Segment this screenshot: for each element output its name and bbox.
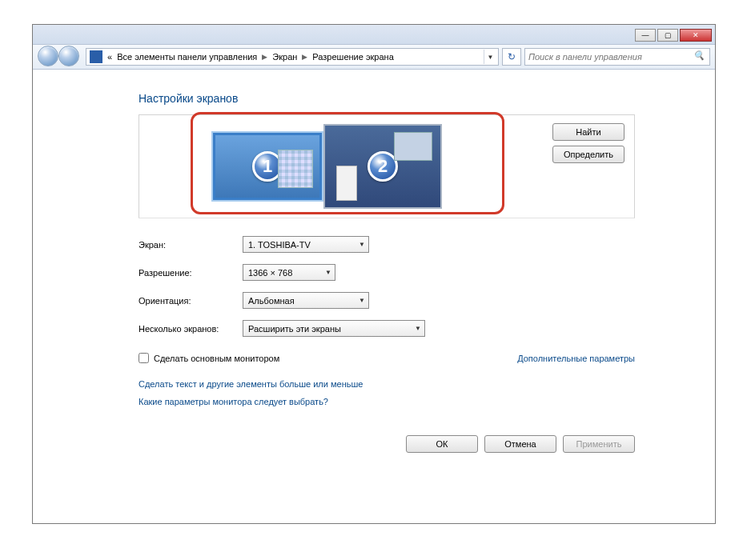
forward-button[interactable] — [58, 46, 79, 66]
maximize-button[interactable]: ▢ — [657, 29, 678, 42]
orientation-value: Альбомная — [248, 296, 295, 306]
minimize-button[interactable]: — — [635, 29, 656, 42]
display-value: 1. TOSHIBA-TV — [248, 240, 311, 250]
advanced-settings-link[interactable]: Дополнительные параметры — [517, 354, 635, 363]
navbar: « Все элементы панели управления ▶ Экран… — [33, 44, 715, 70]
close-button[interactable]: ✕ — [680, 29, 712, 42]
display-area[interactable]: 1 2 — [139, 115, 516, 218]
monitor-2[interactable]: 2 — [323, 124, 442, 209]
multi-displays-value: Расширить эти экраны — [248, 324, 341, 334]
display-dropdown[interactable]: 1. TOSHIBA-TV ▼ — [243, 236, 369, 253]
orientation-dropdown[interactable]: Альбомная ▼ — [243, 292, 369, 309]
multi-displays-label: Несколько экранов: — [139, 324, 243, 334]
resolution-value: 1366 × 768 — [248, 268, 292, 278]
breadcrumb-prefix: « — [107, 52, 112, 62]
monitor-1[interactable]: 1 — [213, 133, 322, 200]
chevron-down-icon: ▼ — [325, 269, 331, 276]
nav-back-forward — [38, 46, 82, 68]
search-input[interactable] — [528, 52, 693, 62]
primary-monitor-checkbox[interactable] — [139, 353, 149, 363]
monitor-preview-icon — [278, 150, 313, 188]
identify-button[interactable]: Определить — [552, 146, 625, 163]
find-button[interactable]: Найти — [552, 123, 625, 141]
settings-form: Экран: 1. TOSHIBA-TV ▼ Разрешение: 1366 … — [139, 236, 715, 337]
chevron-down-icon: ▼ — [415, 325, 421, 332]
control-panel-icon — [90, 50, 102, 63]
search-icon: 🔍 — [693, 50, 706, 63]
back-button[interactable] — [38, 46, 58, 66]
window-frame: — ▢ ✕ « Все элементы панели управления ▶… — [32, 24, 716, 524]
breadcrumb-item[interactable]: Экран — [272, 52, 297, 62]
breadcrumb[interactable]: « Все элементы панели управления ▶ Экран… — [86, 48, 499, 66]
dialog-footer: ОК Отмена Применить — [139, 435, 635, 453]
which-settings-link[interactable]: Какие параметры монитора следует выбрать… — [139, 397, 715, 406]
breadcrumb-item[interactable]: Все элементы панели управления — [117, 52, 257, 62]
titlebar: — ▢ ✕ — [33, 25, 715, 44]
cancel-button[interactable]: Отмена — [484, 435, 556, 453]
chevron-down-icon: ▼ — [359, 241, 365, 248]
primary-monitor-label: Сделать основным монитором — [154, 354, 279, 363]
display-side-buttons: Найти Определить — [516, 115, 634, 218]
page-title: Настройки экранов — [139, 92, 715, 105]
breadcrumb-dropdown[interactable]: ▼ — [484, 50, 496, 64]
chevron-right-icon: ▶ — [262, 53, 267, 61]
orientation-label: Ориентация: — [139, 296, 243, 306]
search-box[interactable]: 🔍 — [524, 48, 710, 66]
breadcrumb-item[interactable]: Разрешение экрана — [312, 52, 393, 62]
apply-button[interactable]: Применить — [563, 435, 635, 453]
display-arrangement-panel: 1 2 Найти Определить — [139, 114, 635, 218]
text-size-link[interactable]: Сделать текст и другие элементы больше и… — [139, 379, 715, 389]
help-links: Сделать текст и другие элементы больше и… — [139, 379, 715, 406]
resolution-label: Разрешение: — [139, 268, 243, 278]
resolution-dropdown[interactable]: 1366 × 768 ▼ — [243, 264, 335, 281]
content: Настройки экранов 1 2 Найти Определить — [33, 70, 715, 453]
chevron-down-icon: ▼ — [359, 297, 365, 304]
chevron-right-icon: ▶ — [302, 53, 307, 61]
monitor-preview-icon — [336, 166, 357, 201]
display-label: Экран: — [139, 240, 243, 250]
primary-monitor-row: Сделать основным монитором Дополнительны… — [139, 353, 635, 363]
ok-button[interactable]: ОК — [406, 435, 478, 453]
monitor-preview-icon — [394, 132, 432, 161]
multi-displays-dropdown[interactable]: Расширить эти экраны ▼ — [243, 320, 425, 337]
refresh-button[interactable]: ↻ — [502, 48, 521, 66]
